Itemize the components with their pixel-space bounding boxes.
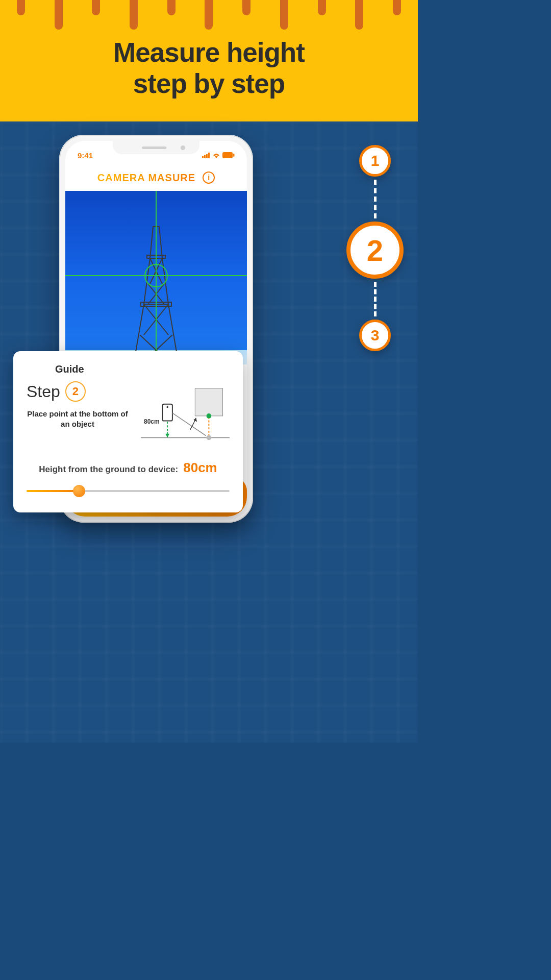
headline-line2: step by step <box>133 68 285 99</box>
guide-card: Guide Step 2 Place point at the bottom o… <box>13 351 243 512</box>
svg-rect-1 <box>204 155 206 158</box>
step-badge-2-active: 2 <box>346 222 404 279</box>
svg-marker-28 <box>165 434 169 438</box>
svg-rect-3 <box>208 153 210 158</box>
svg-marker-34 <box>193 418 197 422</box>
svg-rect-5 <box>233 154 235 157</box>
signal-icon <box>202 151 210 160</box>
ruler-ticks <box>0 0 418 31</box>
phone-notch <box>113 141 199 154</box>
camera-viewport[interactable] <box>65 191 247 364</box>
slider-thumb[interactable] <box>73 485 85 497</box>
svg-rect-29 <box>195 388 222 416</box>
height-label: Height from the ground to device: <box>39 464 178 475</box>
step-badges: 1 2 3 <box>346 145 404 351</box>
crosshair-target <box>144 264 168 287</box>
step-diagram: 80cm <box>141 381 230 448</box>
battery-icon <box>222 151 235 160</box>
svg-rect-4 <box>222 152 233 158</box>
promo-header: Measure height step by step <box>0 0 418 121</box>
info-icon[interactable]: i <box>203 172 215 184</box>
wifi-icon <box>212 151 220 160</box>
app-title: CAMERA MASURE <box>97 172 195 184</box>
status-time: 9:41 <box>78 151 93 160</box>
diagram-height-label: 80cm <box>144 418 160 425</box>
step-number-circle: 2 <box>65 381 86 402</box>
height-slider[interactable] <box>27 485 230 497</box>
step-word: Step <box>27 382 60 401</box>
svg-point-31 <box>207 413 212 419</box>
svg-rect-0 <box>202 156 204 158</box>
svg-point-26 <box>166 406 168 408</box>
headline-line1: Measure height <box>113 37 305 67</box>
svg-point-32 <box>207 435 212 440</box>
guide-title: Guide <box>55 363 230 375</box>
height-value: 80cm <box>183 460 217 476</box>
svg-rect-2 <box>206 154 208 158</box>
step-badge-3: 3 <box>359 320 391 351</box>
headline: Measure height step by step <box>113 37 305 100</box>
step-description: Place point at the bottom of an object <box>27 409 129 430</box>
svg-line-33 <box>172 413 206 435</box>
step-badge-1: 1 <box>359 145 391 177</box>
app-header: CAMERA MASURE i <box>65 162 247 191</box>
